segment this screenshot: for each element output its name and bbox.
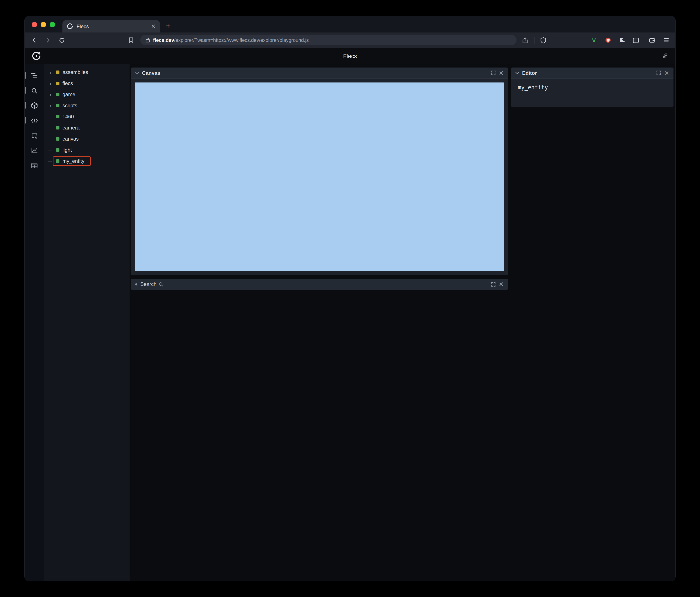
- bookmark-icon[interactable]: [126, 32, 136, 48]
- search-panel-title: Search: [140, 281, 156, 287]
- lock-icon: [145, 37, 150, 43]
- reload-button[interactable]: [56, 32, 67, 48]
- tree-item-label: flecs: [62, 80, 73, 86]
- expand-icon[interactable]: [657, 71, 661, 75]
- entity-color-swatch: [56, 115, 59, 119]
- tree-item-label: scripts: [62, 103, 77, 108]
- entity-color-swatch: [56, 71, 59, 74]
- close-icon[interactable]: ✕: [664, 70, 669, 76]
- browser-toolbar: flecs.dev/explorer/?wasm=https://www.fle…: [25, 32, 675, 48]
- tree-item-label: my_entity: [62, 158, 84, 164]
- address-bar[interactable]: flecs.dev/explorer/?wasm=https://www.fle…: [140, 35, 517, 45]
- tree-item-camera[interactable]: camera: [44, 122, 130, 133]
- rail-tree-button[interactable]: [25, 70, 44, 82]
- entity-color-swatch: [56, 104, 59, 107]
- canvas-panel-header[interactable]: Canvas ✕: [131, 68, 508, 79]
- app-header: Flecs: [25, 48, 675, 64]
- flecs-logo: [32, 51, 41, 61]
- tree-item-my_entity[interactable]: my_entity: [44, 156, 130, 167]
- highlight-annotation-box: my_entity: [53, 156, 91, 166]
- expand-chevron-icon[interactable]: ›: [48, 92, 53, 97]
- rail-code-button[interactable]: [25, 114, 44, 127]
- app-content: ›assemblies›flecs›game›scripts1460camera…: [25, 64, 675, 581]
- chevron-down-icon[interactable]: [135, 72, 139, 74]
- close-icon[interactable]: ✕: [499, 281, 504, 287]
- editor-panel-header[interactable]: Editor ✕: [511, 68, 674, 79]
- entity-tree: ›assemblies›flecs›game›scripts1460camera…: [44, 64, 130, 581]
- entity-color-swatch: [56, 82, 59, 85]
- active-indicator: [25, 87, 26, 94]
- share-icon[interactable]: [520, 32, 530, 48]
- rail-inspector-button[interactable]: [25, 130, 44, 142]
- back-button[interactable]: [29, 32, 39, 48]
- url-text: flecs.dev/explorer/?wasm=https://www.fle…: [153, 37, 309, 43]
- toolbar-separator: [534, 37, 535, 44]
- rail-search-button[interactable]: [25, 85, 44, 97]
- expand-icon[interactable]: [491, 282, 496, 287]
- tab-close-icon[interactable]: ✕: [151, 24, 156, 29]
- render-canvas[interactable]: [135, 82, 504, 271]
- close-icon[interactable]: ✕: [499, 70, 504, 76]
- entity-color-swatch: [56, 93, 59, 96]
- collapsed-dot-icon[interactable]: [135, 283, 137, 285]
- active-indicator: [25, 117, 26, 124]
- maximize-window-button[interactable]: [50, 22, 55, 27]
- entity-color-swatch: [56, 137, 59, 140]
- tree-label-group: assemblies: [53, 68, 91, 77]
- forward-button[interactable]: [43, 32, 53, 48]
- tree-item-light[interactable]: light: [44, 145, 130, 156]
- tree-item-game[interactable]: ›game: [44, 89, 130, 100]
- menu-hamburger-icon[interactable]: [661, 32, 671, 48]
- editor-content[interactable]: my_entity: [511, 79, 674, 107]
- minimize-window-button[interactable]: [41, 22, 46, 27]
- expand-chevron-icon[interactable]: ›: [48, 70, 53, 75]
- tree-item-label: light: [62, 147, 72, 153]
- tab-strip: Flecs ✕ +: [25, 16, 675, 32]
- window-controls: [32, 22, 55, 27]
- expand-chevron-icon[interactable]: ›: [48, 103, 53, 108]
- url-domain: flecs.dev: [153, 37, 174, 43]
- rail-components-button[interactable]: [25, 100, 44, 111]
- entity-color-swatch: [56, 159, 59, 163]
- wallet-icon[interactable]: [647, 32, 657, 48]
- tree-item-label: assemblies: [62, 69, 88, 75]
- chevron-down-icon[interactable]: [515, 72, 519, 74]
- editor-panel-title: Editor: [522, 70, 537, 76]
- link-icon[interactable]: [662, 53, 668, 59]
- tree-item-assemblies[interactable]: ›assemblies: [44, 67, 130, 78]
- canvas-panel-title: Canvas: [142, 70, 160, 76]
- rail-stats-button[interactable]: [25, 145, 44, 156]
- extensions-puzzle-icon[interactable]: [617, 32, 627, 48]
- rail-tables-button[interactable]: [25, 159, 44, 171]
- expand-chevron-icon[interactable]: ›: [48, 81, 53, 86]
- search-panel: Search ✕: [131, 279, 508, 290]
- tree-label-group: 1460: [53, 112, 77, 121]
- browser-tab-flecs[interactable]: Flecs ✕: [62, 20, 160, 32]
- tree-item-flecs[interactable]: ›flecs: [44, 78, 130, 89]
- tree-item-label: 1460: [62, 114, 74, 120]
- url-path: /explorer/?wasm=https://www.flecs.dev/ex…: [174, 37, 309, 43]
- search-icon: [159, 282, 164, 287]
- brave-shields-icon[interactable]: [538, 32, 548, 48]
- tree-item-label: camera: [62, 125, 79, 131]
- entity-color-swatch: [56, 148, 59, 152]
- flecs-favicon: [67, 23, 73, 29]
- search-panel-header[interactable]: Search ✕: [131, 279, 508, 290]
- tree-item-canvas[interactable]: canvas: [44, 133, 130, 145]
- side-rail: [25, 64, 44, 581]
- editor-panel: Editor ✕ my_entity: [511, 68, 674, 107]
- desktop: Flecs ✕ + flecs.dev/explor: [0, 0, 700, 597]
- main-panel-area: Canvas ✕: [130, 64, 675, 581]
- sidebar-toggle-icon[interactable]: [631, 32, 641, 48]
- tree-item-1460[interactable]: 1460: [44, 111, 130, 122]
- shield-extension-icon[interactable]: [603, 32, 613, 48]
- canvas-body: [131, 79, 508, 275]
- canvas-panel: Canvas ✕: [131, 68, 508, 275]
- tree-label-group: game: [53, 90, 78, 99]
- v-extension-icon[interactable]: V: [589, 32, 599, 48]
- tree-item-scripts[interactable]: ›scripts: [44, 100, 130, 111]
- tree-label-group: scripts: [53, 101, 80, 110]
- new-tab-button[interactable]: +: [166, 22, 170, 30]
- close-window-button[interactable]: [32, 22, 37, 27]
- expand-icon[interactable]: [491, 71, 496, 75]
